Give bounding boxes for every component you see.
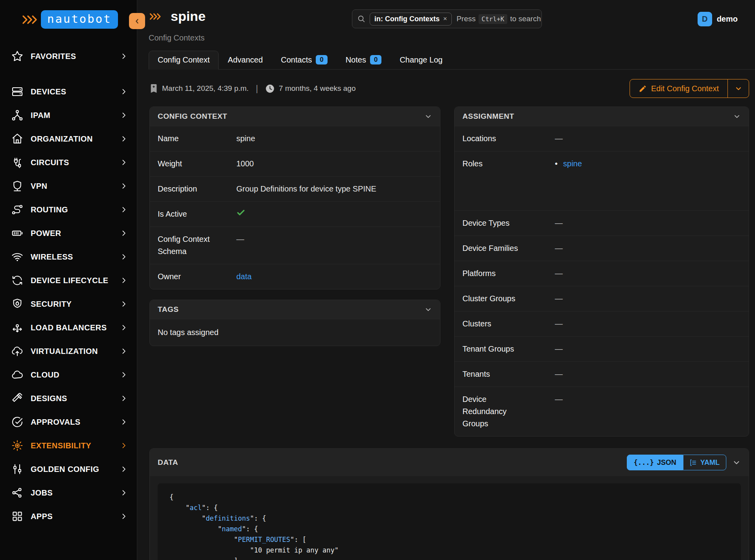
- sidebar-item-label: ORGANIZATION: [31, 134, 120, 144]
- row-config-context-schema: Config Context Schema —: [150, 227, 440, 264]
- sidebar-item-designs[interactable]: DESIGNS: [0, 387, 137, 410]
- row-label: Device Families: [462, 242, 555, 254]
- sidebar-item-label: CLOUD: [31, 370, 120, 379]
- left-column: CONFIG CONTEXT Name spineWeight 1000Desc…: [149, 107, 440, 346]
- security-icon: [11, 297, 24, 311]
- username: demo: [717, 15, 738, 24]
- chevron-down-icon: [735, 85, 742, 92]
- sidebar-item-approvals[interactable]: APPROVALS: [0, 410, 137, 434]
- search-filter-label: in: Config Contexts: [374, 15, 440, 23]
- sidebar-item-wireless[interactable]: WIRELESS: [0, 245, 137, 269]
- row-value-empty: —: [555, 344, 563, 353]
- config-context-panel-title: CONFIG CONTEXT: [158, 112, 227, 121]
- row-value: spine: [236, 134, 255, 143]
- golden-config-icon: [11, 462, 24, 476]
- collapse-panel-chevron-icon[interactable]: [424, 306, 432, 313]
- row-locations: Locations —: [455, 126, 749, 151]
- tab-count-badge: 0: [316, 55, 327, 64]
- cloud-icon: [11, 368, 24, 381]
- edit-dropdown-caret[interactable]: [727, 79, 749, 98]
- bookmark-plus-icon: [149, 83, 158, 94]
- row-value-empty: —: [555, 370, 563, 378]
- bullet-item: spine: [555, 158, 582, 169]
- sidebar-item-label: WIRELESS: [31, 252, 120, 262]
- sidebar-item-cloud[interactable]: CLOUD: [0, 363, 137, 387]
- pencil-icon: [639, 85, 647, 93]
- sidebar-item-power[interactable]: POWER: [0, 221, 137, 245]
- sidebar-item-label: FAVORITES: [31, 52, 120, 61]
- user-menu[interactable]: D demo: [698, 12, 738, 26]
- code-line: {: [169, 492, 729, 503]
- json-braces-icon: {...}: [633, 459, 654, 466]
- collapse-panel-chevron-icon[interactable]: [733, 112, 741, 120]
- sidebar-item-label: SECURITY: [31, 300, 120, 309]
- edit-config-context-button[interactable]: Edit Config Context: [630, 79, 727, 98]
- collapse-panel-chevron-icon[interactable]: [424, 112, 432, 120]
- sidebar-item-routing[interactable]: ROUTING: [0, 198, 137, 221]
- devices-icon: [11, 85, 24, 98]
- json-format-button[interactable]: {...} JSON: [627, 455, 683, 470]
- code-line: "10 permit ip any any": [169, 545, 729, 556]
- collapse-panel-chevron-icon[interactable]: [732, 458, 741, 467]
- breadcrumb-chevrons-icon: [149, 11, 164, 22]
- sidebar-item-virtualization[interactable]: VIRTUALIZATION: [0, 339, 137, 363]
- tab-contacts[interactable]: Contacts0: [272, 50, 336, 70]
- row-label: Device Redundancy Groups: [462, 393, 555, 430]
- config-context-json-code: { "acl": { "definitions": { "named": { "…: [158, 483, 741, 560]
- page-title: spine: [171, 9, 206, 24]
- sidebar-item-extensibility[interactable]: EXTENSIBILITY: [0, 434, 137, 457]
- tab-advanced[interactable]: Advanced: [219, 51, 272, 70]
- sidebar-item-favorites[interactable]: FAVORITES: [0, 44, 137, 68]
- sidebar-item-label: EXTENSIBILITY: [31, 441, 120, 450]
- sidebar-item-jobs[interactable]: JOBS: [0, 481, 137, 505]
- search-input[interactable]: in: Config Contexts × PressCtrl+Kto sear…: [352, 9, 542, 28]
- tab-label: Advanced: [228, 55, 263, 64]
- sidebar-item-load-balancers[interactable]: LOAD BALANCERS: [0, 316, 137, 339]
- sidebar-item-golden-config[interactable]: GOLDEN CONFIG: [0, 457, 137, 481]
- virtualization-icon: [11, 344, 24, 358]
- nautobot-logo[interactable]: nautobot: [0, 0, 137, 29]
- sidebar-item-device-lifecycle[interactable]: DEVICE LIFECYCLE: [0, 269, 137, 292]
- tab-notes[interactable]: Notes0: [337, 50, 391, 70]
- code-line: "PERMIT_ROUTES": [: [169, 534, 729, 545]
- row-value-link[interactable]: data: [236, 272, 252, 281]
- row-description: Description Group Definitions for device…: [150, 176, 440, 201]
- tabs: Config ContextAdvancedContacts0Notes0Cha…: [149, 50, 755, 70]
- sidebar-collapse-button[interactable]: [129, 13, 145, 29]
- load-balancer-icon: [11, 321, 24, 334]
- tab-change-log[interactable]: Change Log: [390, 51, 451, 70]
- sidebar-item-label: CIRCUITS: [31, 158, 120, 167]
- sidebar-item-devices[interactable]: DEVICES: [0, 80, 137, 103]
- row-value-link[interactable]: spine: [563, 159, 582, 168]
- sidebar-item-security[interactable]: SECURITY: [0, 292, 137, 316]
- tab-config-context[interactable]: Config Context: [149, 51, 219, 70]
- updated-relative-time: 7 months, 4 weeks ago: [279, 84, 355, 93]
- extensibility-icon: [11, 439, 24, 452]
- sidebar-item-vpn[interactable]: VPN: [0, 174, 137, 198]
- row-is-active: Is Active: [150, 201, 440, 227]
- sidebar-item-label: IPAM: [31, 111, 120, 120]
- breadcrumb[interactable]: Config Contexts: [149, 33, 204, 42]
- sidebar-item-circuits[interactable]: CIRCUITS: [0, 151, 137, 174]
- code-line: "definitions": {: [169, 513, 729, 524]
- row-platforms: Platforms —: [455, 261, 749, 286]
- sidebar-item-label: GOLDEN CONFIG: [31, 465, 120, 474]
- yaml-format-button[interactable]: YAML: [683, 455, 726, 470]
- sidebar-item-apps[interactable]: APPS: [0, 505, 137, 528]
- row-value-empty: —: [236, 235, 244, 243]
- row-value: Group Definitions for device type SPINE: [236, 184, 376, 193]
- topbar: spine Config Contexts in: Config Context…: [137, 0, 755, 69]
- row-value-empty: —: [555, 134, 563, 143]
- clock-icon: [265, 84, 275, 94]
- data-panel-title: DATA: [158, 458, 178, 467]
- sidebar-item-label: VPN: [31, 182, 120, 191]
- row-label: Tenant Groups: [462, 343, 555, 355]
- content: March 11, 2025, 4:39 p.m. | 7 months, 4 …: [137, 79, 755, 560]
- sidebar-item-organization[interactable]: ORGANIZATION: [0, 127, 137, 151]
- chip-close-icon[interactable]: ×: [443, 15, 447, 23]
- row-label: Clusters: [462, 318, 555, 330]
- row-cluster-groups: Cluster Groups —: [455, 286, 749, 311]
- sidebar-item-ipam[interactable]: IPAM: [0, 103, 137, 127]
- row-value-empty: —: [555, 294, 563, 303]
- sidebar-item-label: VIRTUALIZATION: [31, 347, 120, 356]
